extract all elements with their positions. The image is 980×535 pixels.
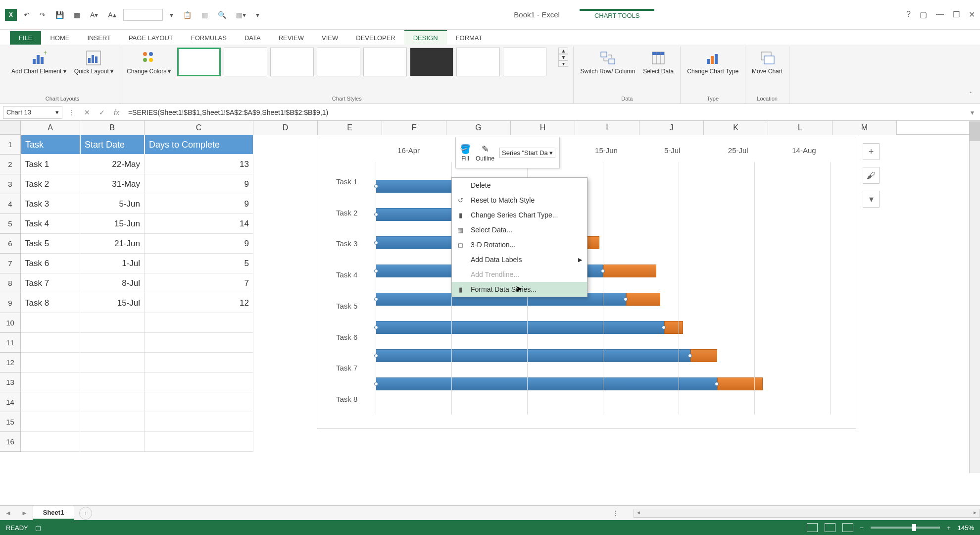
cell-B13[interactable] [80,373,145,392]
chart-style-5[interactable] [363,48,407,76]
col-header-E[interactable]: E [318,121,382,135]
context-3d-rotation[interactable]: ◻3-D Rotation... [452,237,587,252]
cell-B8[interactable]: 8-Jul [80,273,145,293]
tab-design[interactable]: DESIGN [404,30,447,45]
context-format-data-series[interactable]: ▮Format Data Series... [452,282,587,297]
macro-record-icon[interactable]: ▢ [35,524,41,532]
chart-style-2[interactable] [224,48,267,76]
cell-A4[interactable]: Task 3 [21,194,80,214]
print-preview-icon[interactable]: 🔍 [215,9,229,21]
context-reset[interactable]: ↺Reset to Match Style [452,193,587,208]
split-handle-icon[interactable]: ⋮ [607,509,624,517]
col-header-L[interactable]: L [768,121,833,135]
restore-button[interactable]: ❐ [953,10,960,19]
cell-C14[interactable] [145,392,253,412]
cell-A11[interactable] [21,333,80,353]
horizontal-scrollbar[interactable] [634,509,980,518]
cell-B11[interactable] [80,333,145,353]
cell-A14[interactable] [21,392,80,412]
change-chart-type-button[interactable]: Change Chart Type [686,48,740,76]
move-chart-button[interactable]: Move Chart [750,48,784,76]
sheet-nav-prev[interactable]: ◄ [0,509,16,517]
gallery-more-button[interactable]: ▾ [558,60,568,67]
row-header-15[interactable]: 15 [0,412,21,432]
row-header-7[interactable]: 7 [0,254,21,273]
cell-A1[interactable]: Task [21,135,80,155]
chart-x-axis[interactable]: 16-Apr 6- 15-Jun 5-Jul 25-Jul 14-Aug [376,146,837,161]
col-header-D[interactable]: D [253,121,318,135]
cell-B6[interactable]: 21-Jun [80,234,145,254]
chart-style-8[interactable] [503,48,546,76]
cell-A13[interactable] [21,373,80,392]
col-header-C[interactable]: C [145,121,253,135]
tab-data[interactable]: DATA [236,31,270,45]
qat-more-icon[interactable]: ▾ [167,9,176,21]
col-header-J[interactable]: J [639,121,704,135]
cell-A9[interactable]: Task 8 [21,293,80,313]
cell-C4[interactable]: 9 [145,194,253,214]
undo-button[interactable]: ↶ [21,9,33,21]
cell-C13[interactable] [145,373,253,392]
select-data-button[interactable]: Select Data [641,48,675,76]
vertical-scrollbar[interactable] [969,121,980,473]
row-header-4[interactable]: 4 [0,194,21,214]
zoom-thumb[interactable] [912,524,916,531]
close-button[interactable]: ✕ [969,10,975,19]
chart-style-3[interactable] [270,48,314,76]
col-header-F[interactable]: F [382,121,446,135]
formula-input[interactable]: =SERIES(Sheet1!$B$1,Sheet1!$A$2:$A$9,She… [125,108,965,116]
chart-elements-button[interactable]: + [863,143,880,160]
chart-style-4[interactable] [317,48,360,76]
row-header-13[interactable]: 13 [0,373,21,392]
chart-styles-button[interactable]: 🖌 [863,167,880,184]
vscroll-thumb[interactable] [970,121,980,141]
expand-formula-icon[interactable]: ▾ [968,108,977,116]
ribbon-collapse-icon[interactable]: ˄ [969,47,975,104]
tab-page-layout[interactable]: PAGE LAYOUT [120,31,182,45]
cell-A12[interactable] [21,353,80,373]
zoom-slider[interactable] [871,527,940,529]
chart-bar-8[interactable] [376,377,763,390]
gallery-up-button[interactable]: ▲ [558,48,568,54]
cell-B15[interactable] [80,412,145,432]
zoom-in-button[interactable]: + [947,524,951,532]
qat-icon[interactable]: ▦ [71,9,83,21]
cell-C9[interactable]: 12 [145,293,253,313]
cell-B9[interactable]: 15-Jul [80,293,145,313]
font-increase-icon[interactable]: A▴ [105,9,119,21]
cell-A2[interactable]: Task 1 [21,155,80,174]
row-header-12[interactable]: 12 [0,353,21,373]
ribbon-toggle-icon[interactable]: ▢ [920,10,927,19]
col-header-A[interactable]: A [21,121,80,135]
context-change-chart-type[interactable]: ▮Change Series Chart Type... [452,208,587,222]
col-header-M[interactable]: M [833,121,897,135]
chart-style-6[interactable] [410,48,453,76]
zoom-out-button[interactable]: − [860,524,864,532]
context-delete[interactable]: Delete [452,178,587,193]
cell-C15[interactable] [145,412,253,432]
cell-B14[interactable] [80,392,145,412]
cell-B12[interactable] [80,353,145,373]
tab-file[interactable]: FILE [10,31,41,45]
clipboard-icon[interactable]: 📋 [180,9,195,21]
row-header-5[interactable]: 5 [0,214,21,234]
help-icon[interactable]: ? [906,10,911,19]
row-header-16[interactable]: 16 [0,432,21,452]
sheet-tab-sheet1[interactable]: Sheet1 [33,506,75,520]
cell-A15[interactable] [21,412,80,432]
cell-A7[interactable]: Task 6 [21,254,80,273]
cell-B1[interactable]: Start Date [80,135,145,155]
tab-view[interactable]: VIEW [313,31,347,45]
new-sheet-button[interactable]: + [79,507,92,520]
cell-A6[interactable]: Task 5 [21,234,80,254]
row-header-11[interactable]: 11 [0,333,21,353]
view-normal-button[interactable] [807,523,818,532]
cell-C7[interactable]: 5 [145,254,253,273]
tab-home[interactable]: HOME [41,31,78,45]
row-header-14[interactable]: 14 [0,392,21,412]
cell-B4[interactable]: 5-Jun [80,194,145,214]
cell-B3[interactable]: 31-May [80,174,145,194]
chart-bar-6[interactable] [376,321,683,334]
add-chart-element-button[interactable]: + Add Chart Element ▾ [10,48,68,76]
sheet-nav-next[interactable]: ► [16,509,33,517]
